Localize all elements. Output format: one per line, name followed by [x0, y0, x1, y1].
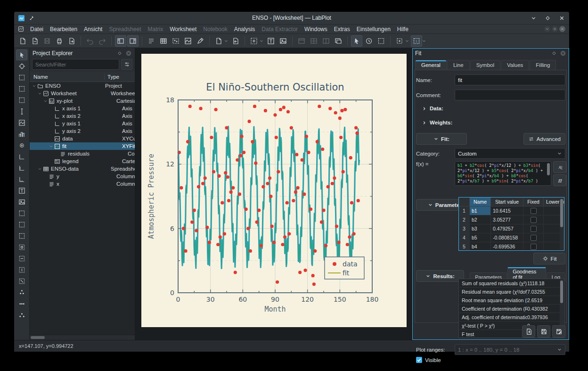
- menu-ansicht[interactable]: Ansicht: [81, 25, 106, 33]
- tree-header[interactable]: Name Type: [30, 72, 135, 82]
- new-datapicker-button[interactable]: [195, 35, 206, 47]
- scale-auto-x-button[interactable]: [16, 287, 27, 298]
- fit-section-toggle[interactable]: Fit:: [416, 133, 467, 145]
- tree-row-x-axis-2[interactable]: x axis 2Axis: [30, 112, 135, 120]
- search-input[interactable]: [32, 59, 119, 70]
- import-button[interactable]: [230, 35, 241, 47]
- worksheet-page[interactable]: 0306090120150180061218El Niño-Southern O…: [141, 54, 407, 327]
- tree-row-fit[interactable]: fitXYFitCurve: [30, 142, 135, 150]
- add-text-label-button[interactable]: [265, 35, 277, 47]
- add-legend-button[interactable]: [16, 174, 27, 185]
- maximize-button[interactable]: [544, 14, 551, 22]
- filter-options-button[interactable]: [121, 59, 132, 70]
- dock-float-icon[interactable]: [551, 50, 557, 56]
- zoom-select-tool[interactable]: [16, 72, 27, 83]
- add-text-label-tool[interactable]: [16, 185, 27, 196]
- zoom-select-mode-button[interactable]: [376, 35, 387, 47]
- parameter-row-b2[interactable]: 2b23.05277: [459, 215, 564, 224]
- chevron-down-icon[interactable]: [405, 39, 409, 43]
- toggle-project-explorer-button[interactable]: [115, 35, 126, 47]
- parameters-table-header[interactable]: NameStart valueFixedLower limitUpper lim…: [459, 198, 564, 206]
- chevron-down-icon[interactable]: [422, 39, 426, 43]
- expander-open-icon[interactable]: [37, 91, 42, 96]
- zoom-mode-button[interactable]: [248, 35, 260, 47]
- mdi-minimize-button[interactable]: [544, 26, 550, 32]
- expander-open-icon[interactable]: [32, 84, 37, 88]
- save-as-template-button[interactable]: [552, 325, 565, 338]
- new-folder-button[interactable]: [146, 35, 157, 47]
- expander-open-icon[interactable]: [49, 144, 54, 148]
- add-image-button[interactable]: [278, 35, 289, 47]
- run-fit-button[interactable]: Fit: [533, 253, 565, 264]
- constants-button[interactable]: π: [553, 174, 566, 186]
- new-project-button[interactable]: [17, 35, 28, 47]
- tree-row-x-axis-1[interactable]: x axis 1Axis: [30, 105, 135, 112]
- category-combobox[interactable]: Custom: [455, 148, 565, 159]
- zoom-origin-button[interactable]: [16, 231, 27, 241]
- navigate-mode-button[interactable]: [363, 35, 375, 47]
- cursor-tool[interactable]: [16, 106, 27, 117]
- mdi-close-button[interactable]: [559, 26, 565, 32]
- menu-einstellungen[interactable]: Einstellungen: [353, 25, 394, 33]
- zoom-x-select-tool[interactable]: [16, 83, 27, 94]
- menu-worksheet[interactable]: Worksheet: [166, 25, 200, 33]
- zoom-fit-height-button[interactable]: [16, 276, 27, 287]
- menu-windows[interactable]: Windows: [301, 25, 331, 33]
- new-live-datasource-button[interactable]: [213, 35, 224, 47]
- new-spreadsheet-button[interactable]: [158, 35, 169, 47]
- tree-row-y-axis-1[interactable]: y axis 1Axis: [30, 120, 135, 127]
- chevron-down-icon[interactable]: [224, 39, 229, 43]
- fixed-checkbox[interactable]: [531, 244, 537, 250]
- scale-auto-y-button[interactable]: [16, 298, 27, 309]
- tab-line[interactable]: Line: [447, 60, 470, 70]
- tree-row-y[interactable]: yColumn: [30, 173, 135, 180]
- select-tool[interactable]: [16, 49, 27, 60]
- dock-close-icon[interactable]: [560, 50, 566, 57]
- parameter-row-b1[interactable]: 1b110.6415: [459, 206, 564, 215]
- dock-close-icon[interactable]: [125, 50, 132, 57]
- print-button[interactable]: [54, 35, 65, 47]
- pin-icon[interactable]: [29, 15, 35, 21]
- visible-checkbox[interactable]: Visible: [416, 357, 441, 363]
- add-histogram-button[interactable]: [16, 129, 27, 140]
- data-section-toggle[interactable]: Data:: [422, 106, 443, 111]
- add-horizontal-axis-button[interactable]: [16, 151, 27, 162]
- toggle-properties-dock-button[interactable]: [127, 35, 139, 47]
- parameter-row-b3[interactable]: 3b30.479257: [459, 224, 564, 233]
- minimize-button[interactable]: [530, 14, 537, 22]
- add-xy-curve-button[interactable]: [16, 117, 27, 128]
- tab-symbol[interactable]: Symbol: [470, 60, 500, 70]
- zoom-fit-width-button[interactable]: [16, 264, 27, 275]
- select-mode-button[interactable]: [351, 35, 362, 47]
- save-template-button[interactable]: [537, 325, 550, 338]
- parameter-row-b5[interactable]: 4b5-0.0808158: [459, 233, 564, 242]
- weights-section-toggle[interactable]: Weights:: [422, 120, 452, 125]
- fixed-checkbox[interactable]: [531, 208, 537, 214]
- advanced-button[interactable]: Advanced: [523, 133, 565, 145]
- open-project-button[interactable]: [29, 35, 41, 47]
- fixed-checkbox[interactable]: [531, 235, 537, 241]
- mdi-restore-button[interactable]: [552, 26, 558, 32]
- menu-datei[interactable]: Datei: [27, 25, 47, 33]
- parameters-scrollbar[interactable]: [560, 198, 564, 250]
- fixed-checkbox[interactable]: [531, 217, 537, 223]
- tree-row-data[interactable]: dataXYCurve: [30, 135, 135, 142]
- tree-row-worksheet[interactable]: WorksheetWorksheet: [30, 90, 135, 97]
- add-vertical-axis-button[interactable]: [16, 163, 27, 173]
- tab-general[interactable]: General: [415, 60, 447, 70]
- tab-filling[interactable]: Filling: [530, 60, 556, 70]
- menu-analysis[interactable]: Analysis: [231, 25, 259, 33]
- parameter-row-b4[interactable]: 5b4-0.699536: [459, 242, 564, 251]
- zoom-fit-selection-button[interactable]: [16, 253, 27, 264]
- plot-selector-button[interactable]: 1: [411, 35, 422, 47]
- name-field[interactable]: [455, 74, 565, 85]
- tree-row-y-axis-2[interactable]: y axis 2Axis: [30, 127, 135, 135]
- add-plot-button[interactable]: [16, 140, 27, 151]
- menu-bearbeiten[interactable]: Bearbeiten: [47, 25, 81, 33]
- results-section-toggle[interactable]: Results:: [416, 270, 464, 282]
- chevron-down-icon[interactable]: [259, 39, 264, 43]
- add-image-tool[interactable]: [16, 197, 27, 207]
- zoom-y-select-tool[interactable]: [16, 95, 27, 106]
- close-window-button[interactable]: [333, 35, 344, 47]
- close-button[interactable]: [558, 14, 565, 22]
